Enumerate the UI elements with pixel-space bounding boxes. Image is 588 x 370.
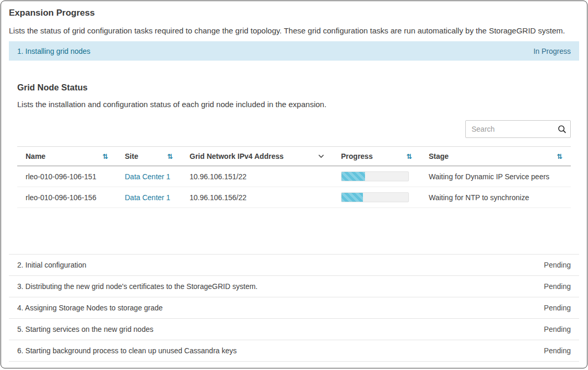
step-section-installing-grid-nodes: 1. Installing grid nodes In Progress Gri… <box>9 41 579 254</box>
site-link[interactable]: Data Center 1 <box>125 172 170 181</box>
column-header-ipv4[interactable]: Grid Network IPv4 Address <box>181 147 333 166</box>
sort-arrows-icon[interactable]: ⇅ <box>557 153 562 160</box>
progress-bar-fill <box>342 193 363 202</box>
search-input[interactable] <box>466 121 560 137</box>
column-header-stage[interactable]: Stage ⇅ <box>420 147 571 166</box>
column-header-site[interactable]: Site ⇅ <box>116 147 181 166</box>
step-status-badge: Pending <box>544 304 571 312</box>
page-description: Lists the status of grid configuration t… <box>9 26 579 35</box>
node-stage-cell: Waiting for NTP to synchronize <box>420 187 571 208</box>
grid-node-status-table: Name ⇅ Site ⇅ Grid Netwo <box>17 146 571 208</box>
search-icon[interactable] <box>558 125 567 134</box>
sort-arrows-icon[interactable]: ⇅ <box>406 153 412 160</box>
node-progress-cell <box>333 166 420 187</box>
step-label: 4. Assigning Storage Nodes to storage gr… <box>17 304 163 312</box>
chevron-down-icon[interactable] <box>318 154 324 158</box>
column-header-progress[interactable]: Progress ⇅ <box>333 147 420 166</box>
step-status-badge: Pending <box>544 325 571 333</box>
site-link[interactable]: Data Center 1 <box>125 193 170 202</box>
progress-bar <box>341 192 409 202</box>
node-site-cell: Data Center 1 <box>116 166 181 187</box>
step-row-cassandra-cleanup[interactable]: 6. Starting background process to clean … <box>9 340 579 362</box>
column-label-progress: Progress <box>341 152 373 160</box>
step-row-assigning-storage-nodes[interactable]: 4. Assigning Storage Nodes to storage gr… <box>9 297 579 318</box>
step-label: 5. Starting services on the new grid nod… <box>17 325 154 333</box>
node-ip-cell: 10.96.106.156/22 <box>181 187 333 208</box>
node-site-cell: Data Center 1 <box>116 187 181 208</box>
column-header-name[interactable]: Name ⇅ <box>17 147 116 166</box>
step-status-badge: In Progress <box>533 47 571 55</box>
step-row-distributing-certificates[interactable]: 3. Distributing the new grid node's cert… <box>9 275 579 297</box>
grid-node-status-description: Lists the installation and configuration… <box>17 100 571 109</box>
node-stage-cell: Waiting for Dynamic IP Service peers <box>420 166 571 187</box>
grid-node-status-title: Grid Node Status <box>17 83 571 92</box>
step-status-badge: Pending <box>544 346 571 355</box>
node-progress-cell <box>333 187 420 208</box>
step-label: 1. Installing grid nodes <box>17 47 90 55</box>
column-label-site: Site <box>125 152 138 160</box>
node-name-cell: rleo-010-096-106-151 <box>17 166 116 187</box>
table-row: rleo-010-096-106-151 Data Center 1 10.96… <box>17 166 571 187</box>
sort-arrows-icon[interactable]: ⇅ <box>167 153 173 160</box>
page-title: Expansion Progress <box>9 8 579 18</box>
step-row-starting-services[interactable]: 5. Starting services on the new grid nod… <box>9 318 579 340</box>
progress-bar-fill <box>342 172 365 181</box>
expansion-progress-page: Expansion Progress Lists the status of g… <box>1 1 587 368</box>
search-row <box>17 120 571 138</box>
table-row: rleo-010-096-106-156 Data Center 1 10.96… <box>17 187 571 208</box>
node-ip-cell: 10.96.106.151/22 <box>181 166 333 187</box>
step-body-installing-grid-nodes: Grid Node Status Lists the installation … <box>9 61 579 254</box>
sort-arrows-icon[interactable]: ⇅ <box>102 153 108 160</box>
pending-steps-list: 2. Initial configuration Pending 3. Dist… <box>9 254 579 362</box>
step-status-badge: Pending <box>544 282 571 291</box>
step-header-installing-grid-nodes[interactable]: 1. Installing grid nodes In Progress <box>9 41 579 61</box>
column-label-stage: Stage <box>429 152 449 160</box>
search-box <box>465 120 571 138</box>
table-header-row: Name ⇅ Site ⇅ Grid Netwo <box>17 147 571 166</box>
step-row-initial-configuration[interactable]: 2. Initial configuration Pending <box>9 254 579 275</box>
step-label: 2. Initial configuration <box>17 261 86 269</box>
node-name-cell: rleo-010-096-106-156 <box>17 187 116 208</box>
column-label-ipv4: Grid Network IPv4 Address <box>190 152 284 160</box>
progress-bar <box>341 171 409 181</box>
column-label-name: Name <box>26 152 45 160</box>
step-label: 3. Distributing the new grid node's cert… <box>17 282 257 291</box>
step-status-badge: Pending <box>544 261 571 269</box>
step-label: 6. Starting background process to clean … <box>17 346 237 355</box>
